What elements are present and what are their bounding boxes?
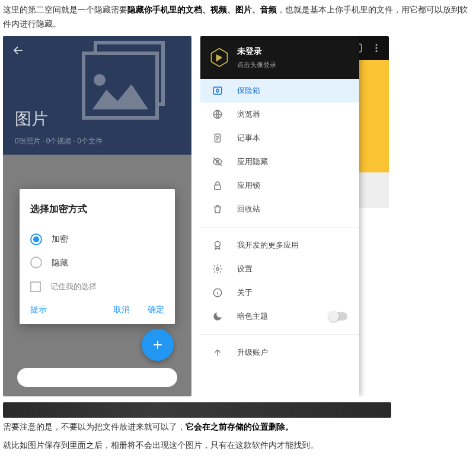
nav-item-browser[interactable]: 浏览器 — [200, 103, 359, 126]
nav-label: 应用锁 — [237, 179, 347, 192]
nav-label: 浏览器 — [237, 108, 347, 121]
browser-icon — [212, 109, 223, 120]
login-hint: 点击头像登录 — [237, 59, 276, 71]
nav-item-more-apps[interactable]: 我开发的更多应用 — [200, 233, 359, 257]
app-logo-icon — [209, 47, 230, 68]
svg-rect-6 — [213, 87, 222, 94]
option-hide[interactable]: 隐藏 — [30, 251, 164, 275]
info-icon — [212, 287, 223, 298]
more-menu-icon[interactable] — [370, 41, 383, 55]
redacted-strip — [3, 402, 391, 418]
section-subtitle: 0张照片 · 0个视频 · 0个文件 — [15, 135, 103, 147]
nav-label: 保险箱 — [237, 84, 347, 97]
svg-point-3 — [376, 47, 378, 49]
svg-rect-11 — [215, 185, 221, 190]
option-encrypt[interactable]: 加密 — [30, 228, 164, 251]
award-icon — [212, 240, 223, 251]
dialog-title: 选择加密方式 — [30, 201, 164, 217]
nav-label: 我开发的更多应用 — [237, 239, 347, 252]
image-section-header: 图片 0张照片 · 0个视频 · 0个文件 — [3, 36, 191, 155]
nav-item-upgrade[interactable]: 升级账户 — [200, 341, 359, 364]
lock-icon — [212, 180, 223, 191]
svg-point-2 — [376, 44, 378, 46]
nav-item-notes[interactable]: 记事本 — [200, 126, 359, 150]
plus-icon — [151, 338, 165, 352]
section-title: 图片 — [15, 105, 48, 133]
option-hide-label: 隐藏 — [52, 256, 68, 270]
nav-item-recycle[interactable]: 回收站 — [200, 197, 359, 221]
nav-item-about[interactable]: 关于 — [200, 281, 359, 305]
divider — [200, 227, 359, 228]
nav-item-app-lock[interactable]: 应用锁 — [200, 174, 359, 197]
gear-icon — [212, 264, 223, 274]
encrypt-dialog: 选择加密方式 加密 隐藏 记住我的选择 提示 取消 确定 — [20, 189, 175, 325]
dark-theme-toggle[interactable] — [330, 312, 347, 321]
navigation-drawer: 未登录 点击头像登录 保险箱 浏览器 记事本 — [200, 36, 359, 396]
background-panel — [359, 60, 389, 190]
nav-item-settings[interactable]: 设置 — [200, 257, 359, 281]
back-arrow-icon[interactable] — [11, 43, 25, 57]
intro-bold: 隐藏你手机里的文档、视频、图片、音频 — [127, 5, 277, 14]
hint-button[interactable]: 提示 — [30, 303, 47, 317]
radio-selected-icon — [30, 233, 42, 245]
screenshots-row: 图片 0张照片 · 0个视频 · 0个文件 选择加密方式 加密 隐藏 记住我的选… — [3, 36, 473, 396]
redacted-bar — [17, 368, 177, 387]
trash-icon — [212, 204, 223, 214]
svg-point-13 — [216, 268, 219, 271]
vault-icon — [212, 85, 223, 96]
ok-button[interactable]: 确定 — [148, 303, 164, 317]
cancel-button[interactable]: 取消 — [113, 303, 130, 317]
moon-icon — [212, 311, 223, 322]
drawer-header[interactable]: 未登录 点击头像登录 — [200, 36, 359, 79]
background-panel-gray — [359, 172, 389, 208]
nav-label: 关于 — [237, 286, 347, 299]
eye-off-icon — [212, 156, 223, 167]
checkbox-unchecked-icon — [30, 281, 41, 292]
phone-left: 图片 0张照片 · 0个视频 · 0个文件 选择加密方式 加密 隐藏 记住我的选… — [3, 36, 191, 396]
upgrade-icon — [212, 347, 223, 358]
add-fab-button[interactable] — [142, 329, 174, 361]
svg-marker-0 — [92, 84, 148, 109]
remember-choice[interactable]: 记住我的选择 — [30, 274, 164, 294]
nav-label: 应用隐藏 — [237, 155, 347, 168]
login-status: 未登录 — [237, 44, 276, 59]
remember-label: 记住我的选择 — [50, 280, 97, 293]
intro-pre: 这里的第二空间就是一个隐藏需要 — [3, 5, 127, 14]
phone-right: 未登录 点击头像登录 保险箱 浏览器 记事本 — [200, 36, 389, 396]
svg-point-4 — [376, 50, 378, 52]
outro1-pre: 需要注意的是，不要以为把文件放进来就可以了， — [3, 422, 186, 431]
notes-icon — [212, 133, 223, 143]
nav-label: 升级账户 — [237, 346, 347, 359]
outro2: 就比如图片保存到里面之后，相册将不会出现这个图片，只有在这款软件内才能找到。 — [0, 438, 476, 457]
nav-label: 暗色主题 — [237, 310, 315, 323]
svg-point-12 — [215, 241, 221, 246]
svg-point-7 — [216, 89, 219, 92]
option-encrypt-label: 加密 — [52, 232, 68, 246]
nav-label: 回收站 — [237, 203, 347, 216]
nav-label: 设置 — [237, 262, 347, 276]
nav-item-app-hide[interactable]: 应用隐藏 — [200, 150, 359, 174]
divider — [200, 334, 359, 335]
nav-item-dark-theme[interactable]: 暗色主题 — [200, 305, 359, 328]
gallery-placeholder-icon — [82, 41, 168, 121]
outro1-bold: 它会在之前存储的位置删除。 — [186, 422, 293, 431]
nav-label: 记事本 — [237, 132, 347, 145]
nav-item-vault[interactable]: 保险箱 — [200, 79, 359, 103]
radio-unselected-icon — [30, 257, 42, 268]
